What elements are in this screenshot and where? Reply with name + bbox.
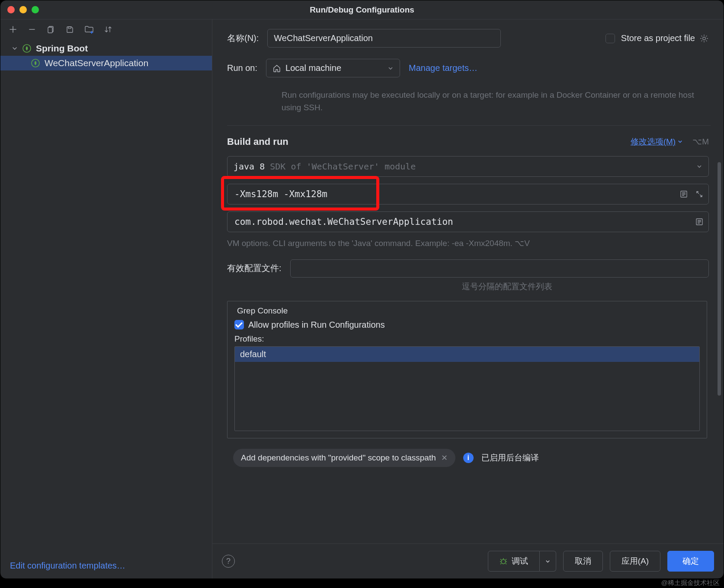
watermark: @稀土掘金技术社区 — [661, 579, 720, 587]
config-tree: Spring Boot WeChatServerApplication — [0, 39, 212, 553]
help-icon[interactable]: ? — [222, 555, 235, 568]
chip-label: Add dependencies with "provided" scope t… — [241, 453, 436, 463]
bug-icon — [500, 557, 507, 565]
close-icon[interactable]: ✕ — [441, 453, 448, 463]
profiles-list-label: Profiles: — [234, 334, 700, 344]
window-controls — [7, 6, 39, 13]
chevron-down-icon — [11, 45, 19, 52]
name-input[interactable] — [267, 29, 501, 48]
run-on-value: Local machine — [285, 63, 341, 73]
tree-group-spring-boot[interactable]: Spring Boot — [0, 41, 212, 56]
run-on-hint: Run configurations may be executed local… — [282, 89, 709, 114]
sdk-select[interactable]: java 8 SDK of 'WeChatServer' module — [227, 156, 709, 177]
chevron-down-icon — [388, 65, 394, 71]
titlebar: Run/Debug Configurations — [0, 0, 724, 19]
tree-item-wechat[interactable]: WeChatServerApplication — [0, 56, 212, 70]
name-label: 名称(N): — [227, 32, 259, 44]
main-class-input[interactable] — [227, 211, 709, 232]
sdk-value: java 8 — [234, 161, 265, 172]
run-on-select[interactable]: Local machine — [266, 59, 400, 77]
minimize-window-icon[interactable] — [19, 6, 27, 13]
tree-group-label: Spring Boot — [36, 43, 88, 54]
cancel-button[interactable]: 取消 — [563, 551, 603, 572]
profiles-list[interactable]: default — [234, 346, 700, 431]
allow-profiles-label: Allow profiles in Run Configurations — [248, 320, 385, 330]
grep-legend: Grep Console — [234, 306, 290, 316]
tree-item-label: WeChatServerApplication — [45, 58, 148, 68]
svg-point-5 — [703, 37, 705, 39]
info-icon: i — [463, 453, 474, 463]
run-on-label: Run on: — [227, 63, 257, 73]
vm-options-input[interactable] — [227, 184, 709, 205]
debug-button[interactable]: 调试 — [488, 551, 540, 572]
vm-hint: VM options. CLI arguments to the 'Java' … — [227, 238, 709, 248]
active-profiles-label: 有效配置文件: — [227, 262, 282, 274]
main-panel: 名称(N): Store as project file Run on: Loc… — [212, 19, 724, 578]
spring-boot-icon — [31, 58, 40, 68]
modify-shortcut: ⌥M — [692, 137, 709, 147]
sort-icon[interactable] — [103, 25, 113, 34]
sdk-hint: SDK of 'WeChatServer' module — [270, 161, 416, 172]
sidebar: Spring Boot WeChatServerApplication Edit… — [0, 19, 212, 578]
svg-rect-1 — [48, 27, 52, 33]
add-icon[interactable] — [8, 25, 18, 34]
build-run-title: Build and run — [227, 136, 288, 147]
remove-icon[interactable] — [27, 25, 37, 34]
copy-icon[interactable] — [46, 25, 56, 34]
info-text: 已启用后台编译 — [481, 452, 539, 463]
chevron-down-icon — [696, 163, 702, 169]
sidebar-toolbar — [0, 19, 212, 39]
gear-icon[interactable] — [699, 34, 709, 43]
store-label: Store as project file — [621, 33, 695, 43]
save-icon[interactable] — [65, 25, 75, 34]
modify-options-link[interactable]: 修改选项(M) — [631, 136, 683, 147]
expand-field-icon[interactable] — [679, 189, 689, 199]
edit-templates-link[interactable]: Edit configuration templates… — [10, 561, 125, 570]
folder-add-icon[interactable] — [84, 25, 94, 34]
svg-rect-2 — [68, 27, 71, 29]
debug-split-button[interactable] — [540, 551, 556, 572]
provided-scope-chip[interactable]: Add dependencies with "provided" scope t… — [233, 449, 455, 467]
ok-button[interactable]: 确定 — [667, 551, 714, 572]
fullscreen-icon[interactable] — [694, 189, 705, 199]
manage-targets-link[interactable]: Manage targets… — [409, 63, 477, 73]
apply-button[interactable]: 应用(A) — [610, 551, 660, 572]
allow-profiles-checkbox[interactable] — [234, 320, 244, 329]
window-title: Run/Debug Configurations — [0, 5, 724, 15]
store-checkbox[interactable] — [605, 34, 615, 43]
close-window-icon[interactable] — [7, 6, 15, 13]
profile-item[interactable]: default — [235, 347, 699, 362]
maximize-window-icon[interactable] — [32, 6, 39, 13]
dialog-footer: ? 调试 取消 应用(A) 确定 — [212, 543, 724, 578]
home-icon — [272, 64, 281, 73]
expand-field-icon[interactable] — [694, 217, 705, 227]
active-profiles-input[interactable] — [290, 259, 709, 278]
dialog-window: Run/Debug Configurations Spring Boot — [0, 0, 724, 579]
grep-console-fieldset: Grep Console Allow profiles in Run Confi… — [227, 301, 707, 438]
active-profiles-hint: 逗号分隔的配置文件列表 — [305, 281, 709, 292]
svg-point-8 — [501, 559, 506, 564]
spring-boot-icon — [22, 44, 32, 53]
